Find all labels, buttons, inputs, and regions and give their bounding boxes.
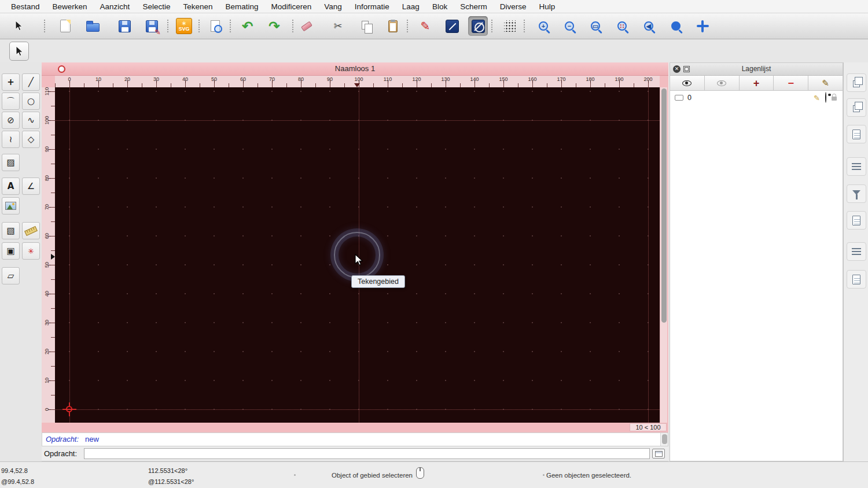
select-tool-button[interactable] [9, 16, 28, 36]
dock-selection-filter-button[interactable] [847, 184, 866, 203]
palette-text-button[interactable]: A [2, 178, 20, 195]
v-ruler-label: 40 [42, 290, 55, 298]
menu-vang[interactable]: Vang [318, 0, 348, 13]
save-button[interactable] [115, 16, 134, 36]
toolbar-separator [292, 19, 293, 34]
dock-property-editor-button[interactable] [847, 73, 866, 92]
plus-icon: + [753, 78, 760, 88]
copy-button[interactable] [356, 16, 376, 36]
palette-measure-button[interactable] [22, 222, 40, 239]
canvas-scrollbar-thumb[interactable] [661, 88, 667, 323]
palette-hatch-button[interactable]: ▨ [2, 154, 20, 171]
zoom-out-button[interactable]: − [560, 16, 579, 36]
new-file-button[interactable] [56, 16, 75, 36]
grid-toggle-button[interactable] [500, 16, 520, 36]
command-input[interactable] [84, 448, 650, 459]
attributes-button[interactable] [442, 16, 462, 36]
redo-button[interactable]: ↷ [264, 16, 284, 36]
drawing-canvas[interactable]: Tekengebied [55, 87, 660, 423]
ellipse-tool-button[interactable] [468, 16, 488, 36]
palette-polyline-button[interactable]: ≀ [2, 131, 20, 148]
toolbar-separator [407, 19, 408, 34]
menubar: Bestand Bewerken Aanzicht Selectie Teken… [0, 0, 868, 13]
layer-panel-title: Lagenlijst [670, 63, 843, 75]
palette-polygon-button[interactable]: ◇ [22, 131, 40, 148]
eraser-button[interactable] [297, 16, 317, 36]
layer-visible-icon[interactable] [825, 93, 826, 103]
pen-button[interactable]: ✎ [415, 16, 435, 36]
layer-row[interactable]: 0 ✎ [670, 92, 843, 103]
menu-hulp[interactable]: Hulp [532, 0, 561, 13]
palette-line-button[interactable]: ╱ [22, 73, 40, 91]
menu-blok[interactable]: Blok [426, 0, 454, 13]
layers-show-all-button[interactable] [670, 76, 705, 90]
polyline-icon: ≀ [9, 135, 13, 144]
panel-close-button[interactable]: ✕ [673, 65, 681, 73]
dock-block-list-button[interactable] [847, 125, 866, 143]
save-as-button[interactable]: ✎ [142, 16, 161, 36]
text-icon: A [8, 182, 14, 191]
scissors-icon: ✂ [333, 21, 342, 31]
menu-scherm[interactable]: Scherm [454, 0, 494, 13]
menu-tekenen[interactable]: Tekenen [176, 0, 219, 13]
zoom-selection-button[interactable]: ∷ [612, 16, 632, 36]
layer-edit-icon[interactable]: ✎ [814, 94, 820, 102]
undo-button[interactable]: ↶ [238, 16, 258, 36]
open-file-button[interactable] [83, 16, 102, 36]
menu-selectie[interactable]: Selectie [136, 0, 176, 13]
palette-image-button[interactable] [2, 197, 20, 215]
layer-color-swatch[interactable] [675, 95, 683, 101]
dock-layer-list-button[interactable] [847, 98, 866, 117]
palette-dimension-button[interactable]: ∠ [22, 178, 40, 195]
dock-view-list-button[interactable] [847, 157, 866, 176]
h-ruler-label: 20 [119, 76, 136, 82]
layer-lock-icon[interactable] [832, 97, 837, 101]
previous-view-button[interactable]: ◀ [639, 16, 659, 36]
history-scrollbar-thumb[interactable] [662, 434, 667, 444]
h-ruler-label: 50 [205, 76, 223, 82]
paste-button[interactable] [383, 16, 403, 36]
dock-library-browser-button[interactable] [847, 211, 866, 230]
layers-hide-all-button[interactable] [705, 76, 740, 90]
command-row: Opdracht: [42, 446, 668, 461]
window-zoom-button[interactable] [666, 16, 686, 36]
zoom-in-button[interactable]: + [534, 16, 553, 36]
palette-circle-button[interactable]: ○ [22, 93, 40, 110]
print-preview-button[interactable] [205, 16, 225, 36]
menu-bemating[interactable]: Bemating [219, 0, 264, 13]
layer-edit-button[interactable]: ✎ [808, 76, 843, 90]
auto-zoom-button[interactable]: ▭ [586, 16, 605, 36]
menu-informatie[interactable]: Informatie [348, 0, 396, 13]
layer-remove-button[interactable]: − [774, 76, 808, 90]
palette-explode-button[interactable]: ✳ [22, 242, 40, 260]
canvas-scrollbar[interactable] [660, 87, 667, 423]
palette-arc-button[interactable]: ⌒ [2, 93, 20, 110]
palette-hatch-edit-button[interactable]: ▧ [2, 222, 20, 239]
h-ruler-label: 0 [61, 76, 78, 82]
layer-add-button[interactable]: + [740, 76, 774, 90]
pan-button[interactable] [693, 16, 712, 36]
zoom-selection-icon: ∷ [617, 21, 627, 31]
menu-bewerken[interactable]: Bewerken [46, 0, 94, 13]
palette-3d-button[interactable]: ▱ [2, 267, 20, 284]
menu-laag[interactable]: Laag [396, 0, 426, 13]
menu-modificeren[interactable]: Modificeren [265, 0, 318, 13]
window-titlebar[interactable]: Naamloos 1 [42, 62, 668, 76]
active-select-tool-button[interactable] [9, 42, 29, 61]
palette-ellipse-button[interactable]: ⊘ [2, 112, 20, 129]
arc-icon: ⌒ [6, 97, 15, 106]
palette-spline-button[interactable]: ∿ [22, 112, 40, 129]
menu-bestand[interactable]: Bestand [5, 0, 46, 13]
panel-float-button[interactable] [683, 66, 690, 72]
dock-command-line-button[interactable] [847, 242, 866, 261]
h-ruler-label: 120 [408, 76, 425, 82]
svg-export-button[interactable]: SVG [174, 16, 194, 36]
cut-button[interactable]: ✂ [328, 16, 348, 36]
palette-shape-button[interactable]: ▣ [2, 242, 20, 260]
menu-diverse[interactable]: Diverse [494, 0, 533, 13]
history-scrollbar[interactable] [660, 433, 668, 446]
command-panel-button[interactable] [652, 449, 665, 459]
palette-point-button[interactable]: + [2, 73, 20, 91]
dock-clipboard-button[interactable] [847, 270, 866, 289]
menu-aanzicht[interactable]: Aanzicht [94, 0, 137, 13]
